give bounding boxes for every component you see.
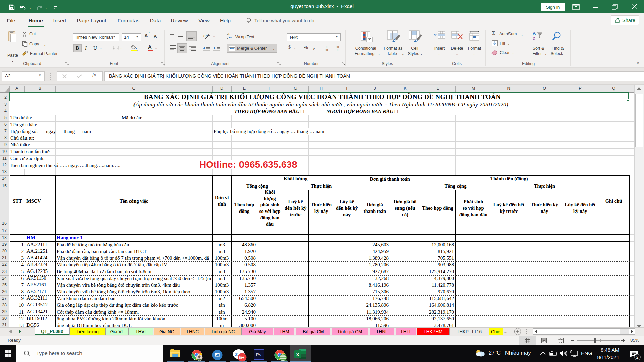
svg-text:Ps: Ps xyxy=(256,352,261,357)
svg-text:.00: .00 xyxy=(324,48,328,52)
svg-text:X: X xyxy=(296,352,299,357)
svg-text:Z: Z xyxy=(533,36,535,41)
svg-text:ab: ab xyxy=(203,34,208,38)
svg-text:5+: 5+ xyxy=(239,355,245,360)
svg-text:A: A xyxy=(533,31,536,36)
svg-text:2: 2 xyxy=(636,355,639,360)
svg-text:c: c xyxy=(227,36,228,39)
svg-text:.0: .0 xyxy=(336,48,338,52)
